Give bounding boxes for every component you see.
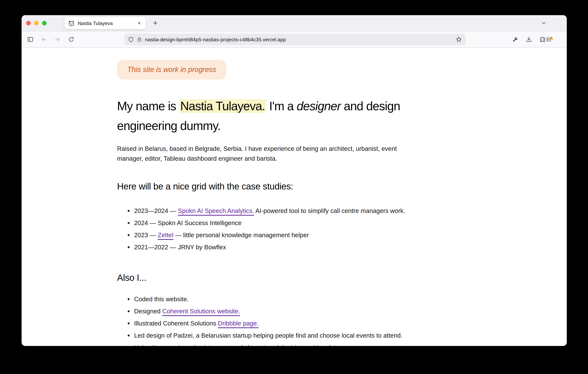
- also-list: Coded this website.Designed Coherent Sol…: [117, 294, 471, 346]
- intro-paragraph: Raised in Belarus, based in Belgrade, Se…: [117, 144, 471, 163]
- inline-link[interactable]: Zettel: [158, 232, 174, 238]
- intro-line: manager, editor, Tableau dashboard engin…: [117, 155, 277, 162]
- list-item-text: Illustrated Coherent Solutions: [134, 320, 218, 327]
- list-item-text: Led design of Padzei, a Belarusian start…: [134, 332, 402, 339]
- tab-close-icon[interactable]: ✕: [136, 20, 142, 26]
- bookmark-star-icon[interactable]: [456, 36, 462, 43]
- extensions-puzzle-icon[interactable]: [539, 36, 546, 43]
- desktop-background: Nastia Tulayeva ✕ +: [0, 0, 588, 374]
- sidebar-toggle-button[interactable]: [27, 36, 33, 43]
- list-item: 2024 — Spokn AI Success Intelligence: [134, 218, 471, 228]
- also-heading: Also I...: [117, 272, 471, 284]
- favicon-cat-icon: [68, 20, 75, 26]
- back-button[interactable]: [41, 36, 47, 43]
- list-item: Coded this website.: [134, 294, 471, 304]
- list-item: Helped to organize urbanist events and c…: [134, 342, 471, 346]
- page-title: My name is Nastia Tulayeva. I'm a design…: [117, 96, 443, 136]
- download-icon[interactable]: [526, 36, 532, 43]
- title-text: My name is: [117, 99, 179, 113]
- close-window-button[interactable]: [26, 21, 31, 25]
- list-item: 2023 — Zettel — little personal knowledg…: [134, 230, 471, 240]
- list-item: 2023—2024 — Spokn AI Speech Analytics. A…: [134, 206, 471, 216]
- list-item-text: 2023 —: [134, 232, 158, 238]
- wip-banner-text: This site is work in progress: [127, 65, 216, 74]
- browser-tab-active[interactable]: Nastia Tulayeva ✕: [64, 17, 146, 29]
- list-item-text: — little personal knowledge management h…: [173, 232, 309, 238]
- wrench-icon[interactable]: [512, 36, 518, 43]
- list-item: 2021—2022 — JRNY by Bowflex: [134, 242, 471, 252]
- browser-window: Nastia Tulayeva ✕ +: [21, 15, 567, 346]
- tab-title: Nastia Tulayeva: [78, 20, 133, 26]
- title-text: and design: [341, 99, 400, 113]
- list-item-text: Designed: [134, 308, 162, 314]
- lock-icon[interactable]: [137, 37, 142, 42]
- list-item-text: Coded this website.: [134, 296, 189, 302]
- toolbar-right-icons: [512, 36, 552, 43]
- tab-overflow-chevron-icon[interactable]: [538, 18, 549, 28]
- case-studies-list: 2023—2024 — Spokn AI Speech Analytics. A…: [117, 206, 471, 252]
- window-controls: [26, 21, 47, 25]
- list-item: Designed Coherent Solutions website.: [134, 306, 471, 316]
- address-bar[interactable]: nastia-design-bpmhl84p5-nastias-projects…: [124, 34, 466, 45]
- list-item-text: 2023—2024 —: [134, 207, 178, 214]
- minimize-window-button[interactable]: [34, 21, 39, 25]
- title-italic-word: designer: [297, 99, 341, 113]
- page-content: This site is work in progress My name is…: [21, 48, 567, 346]
- title-text-line2: engineering dummy.: [117, 119, 220, 133]
- list-item: Illustrated Coherent Solutions Dribbble …: [134, 318, 471, 328]
- list-item: Led design of Padzei, a Belarusian start…: [134, 331, 471, 340]
- reload-button[interactable]: [68, 36, 74, 43]
- new-tab-button[interactable]: +: [150, 17, 161, 29]
- inline-link[interactable]: Spokn AI Speech Analytics.: [178, 207, 254, 214]
- url-text: nastia-design-bpmhl84p5-nastias-projects…: [145, 37, 453, 42]
- forward-button[interactable]: [54, 36, 61, 43]
- navigation-toolbar: nastia-design-bpmhl84p5-nastias-projects…: [21, 32, 567, 48]
- inline-link[interactable]: Coherent Solutions website.: [162, 308, 240, 314]
- shield-icon[interactable]: [128, 37, 134, 42]
- title-highlighted-name: Nastia Tulayeva.: [179, 99, 266, 113]
- case-studies-heading: Here will be a nice grid with the case s…: [117, 180, 471, 192]
- list-item-text: Helped to organize urbanist events and c…: [134, 344, 341, 346]
- list-item-text: 2024 — Spokn AI Success Intelligence: [134, 219, 242, 226]
- list-item-text: 2021—2022 — JRNY by Bowflex: [134, 244, 226, 250]
- list-item-text: AI-powered tool to simplify call centre …: [254, 207, 405, 214]
- inline-link[interactable]: Dribbble page.: [218, 320, 259, 327]
- menu-alert-triangle-icon: [549, 34, 554, 38]
- fullscreen-window-button[interactable]: [42, 21, 47, 25]
- intro-line: Raised in Belarus, based in Belgrade, Se…: [117, 145, 397, 152]
- tab-bar: Nastia Tulayeva ✕ +: [21, 15, 567, 32]
- wip-banner: This site is work in progress: [117, 60, 226, 80]
- title-text: I'm a: [266, 99, 297, 113]
